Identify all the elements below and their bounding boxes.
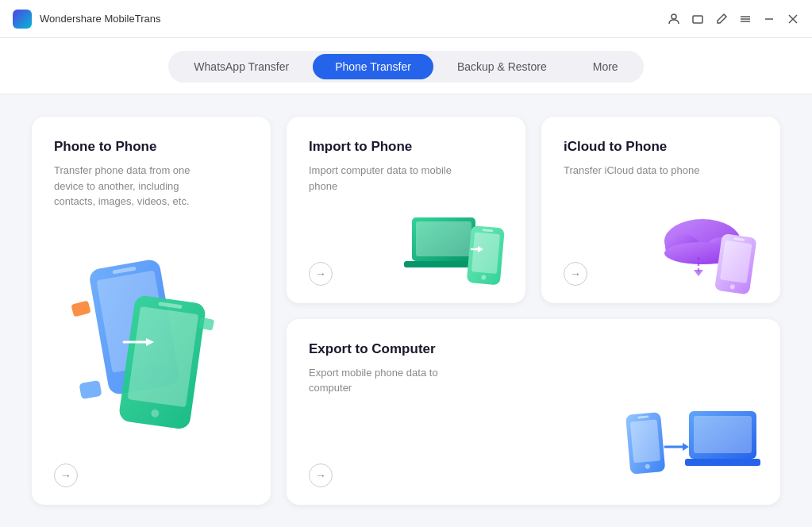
svg-rect-33 <box>720 240 752 283</box>
card-import-arrow[interactable]: → <box>309 262 333 286</box>
nav-bar: WhatsApp Transfer Phone Transfer Backup … <box>0 38 812 94</box>
svg-marker-37 <box>694 270 703 276</box>
svg-rect-19 <box>79 380 102 399</box>
app-title: Wondershare MobileTrans <box>40 13 668 25</box>
square-icon[interactable] <box>691 13 704 25</box>
title-bar: Wondershare MobileTrans <box>0 0 812 38</box>
card-import-title: Import to Phone <box>309 139 503 155</box>
tab-whatsapp[interactable]: WhatsApp Transfer <box>171 54 311 79</box>
card-icloud-arrow[interactable]: → <box>564 262 587 286</box>
card-export-to-computer[interactable]: Export to Computer Export mobile phone d… <box>287 319 780 506</box>
card-export-desc: Export mobile phone data to computer <box>309 365 452 396</box>
card-import-to-phone[interactable]: Import to Phone Import computer data to … <box>287 117 525 303</box>
card-export-title: Export to Computer <box>309 341 758 357</box>
card-phone-to-phone-title: Phone to Phone <box>54 139 248 155</box>
minimize-icon[interactable] <box>763 13 775 25</box>
svg-rect-44 <box>694 416 752 453</box>
tab-phone[interactable]: Phone Transfer <box>313 54 433 79</box>
window-controls <box>668 13 799 25</box>
close-icon[interactable] <box>787 13 799 25</box>
svg-rect-21 <box>416 221 471 256</box>
card-import-desc: Import computer data to mobile phone <box>309 163 452 194</box>
user-icon[interactable] <box>668 13 680 25</box>
svg-point-0 <box>672 14 676 19</box>
card-phone-to-phone-arrow[interactable]: → <box>54 464 78 487</box>
tab-more[interactable]: More <box>571 54 641 79</box>
main-content: Phone to Phone Transfer phone data from … <box>0 94 812 527</box>
svg-rect-17 <box>71 300 90 317</box>
svg-rect-1 <box>693 16 702 23</box>
tab-backup[interactable]: Backup & Restore <box>435 54 569 79</box>
svg-rect-39 <box>630 420 660 464</box>
card-icloud-title: iCloud to Phone <box>564 139 758 155</box>
svg-point-46 <box>715 460 731 465</box>
svg-rect-24 <box>471 232 500 274</box>
edit-icon[interactable] <box>715 13 728 25</box>
menu-icon[interactable] <box>739 13 752 25</box>
app-logo <box>13 10 32 29</box>
nav-tabs: WhatsApp Transfer Phone Transfer Backup … <box>168 51 643 83</box>
card-phone-to-phone[interactable]: Phone to Phone Transfer phone data from … <box>32 117 271 505</box>
card-icloud-desc: Transfer iCloud data to phone <box>564 163 706 179</box>
card-icloud-to-phone[interactable]: iCloud to Phone Transfer iCloud data to … <box>541 117 780 303</box>
svg-marker-42 <box>683 443 689 451</box>
card-export-arrow[interactable]: → <box>309 464 333 487</box>
card-phone-to-phone-desc: Transfer phone data from one device to a… <box>54 163 197 210</box>
